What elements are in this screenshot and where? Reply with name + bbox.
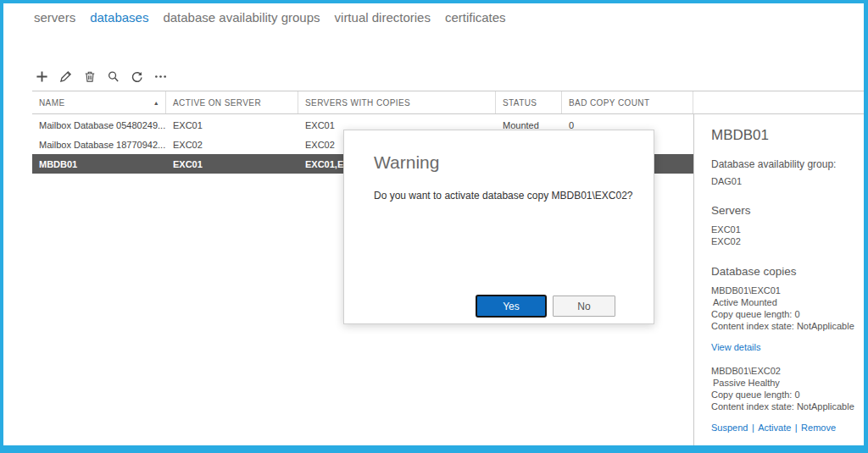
tab-servers[interactable]: servers [34, 10, 75, 25]
cell-name: Mailbox Database 05480249... [32, 115, 166, 135]
column-header-bad-copy-count[interactable]: BAD COPY COUNT [562, 91, 693, 113]
tab-databases[interactable]: databases [90, 10, 148, 25]
link-separator: | [795, 423, 798, 433]
link-separator: | [752, 423, 754, 433]
search-icon[interactable] [106, 69, 120, 84]
view-details-link[interactable]: View details [711, 445, 761, 453]
column-header-active-on-server[interactable]: ACTIVE ON SERVER [166, 91, 298, 113]
cell-active-on-server: EXC01 [166, 154, 298, 174]
app-window: servers databases database availability … [0, 0, 868, 453]
column-label: ACTIVE ON SERVER [173, 98, 261, 108]
cell-active-on-server: EXC02 [166, 135, 298, 154]
toolbar [35, 68, 168, 85]
copy-name: MBDB01\EXC01 [711, 285, 855, 296]
delete-icon[interactable] [82, 69, 97, 84]
copy-state: Passive Healthy [711, 377, 855, 389]
content-index-state: Content index state: NotApplicable [711, 320, 855, 332]
column-label: BAD COPY COUNT [569, 98, 649, 108]
top-navigation: servers databases database availability … [34, 10, 506, 25]
warning-dialog: Warning Do you want to activate database… [343, 130, 654, 324]
edit-icon[interactable] [58, 69, 73, 84]
copy-block-exc01: MBDB01\EXC01 Active Mounted Copy queue l… [711, 285, 855, 354]
sort-asc-icon: ▲ [153, 100, 159, 106]
server-item: EXC01 [711, 224, 855, 235]
database-copies-heading: Database copies [711, 265, 855, 278]
content-index-state: Content index state: NotApplicable [711, 401, 855, 412]
details-title: MBDB01 [711, 127, 855, 144]
cell-active-on-server: EXC01 [166, 115, 298, 135]
activate-link[interactable]: Activate [758, 423, 791, 433]
copy-state: Active Mounted [711, 296, 855, 308]
column-label: STATUS [503, 98, 537, 108]
table-header: NAME ▲ ACTIVE ON SERVER SERVERS WITH COP… [32, 91, 864, 114]
dialog-title: Warning [374, 152, 439, 173]
suspend-link[interactable]: Suspend [711, 423, 748, 433]
tab-virtual-directories[interactable]: virtual directories [335, 10, 431, 25]
refresh-icon[interactable] [130, 69, 144, 84]
column-label: SERVERS WITH COPIES [305, 98, 410, 108]
no-button[interactable]: No [553, 296, 615, 317]
server-item: EXC02 [711, 235, 855, 247]
copy-block-exc02: MBDB01\EXC02 Passive Healthy Copy queue … [711, 365, 855, 453]
copy-queue-length: Copy queue length: 0 [711, 308, 855, 320]
dialog-message: Do you want to activate database copy MB… [374, 190, 637, 202]
add-icon[interactable] [35, 69, 49, 84]
tab-database-availability-groups[interactable]: database availability groups [163, 10, 320, 25]
details-pane: MBDB01 Database availability group: DAG0… [693, 114, 864, 445]
servers-heading: Servers [711, 204, 855, 217]
tab-certificates[interactable]: certificates [445, 10, 506, 25]
remove-link[interactable]: Remove [801, 423, 836, 433]
cell-name: MBDB01 [32, 154, 166, 174]
column-header-status[interactable]: STATUS [496, 91, 562, 113]
copy-queue-length: Copy queue length: 0 [711, 389, 855, 401]
column-label: NAME [39, 98, 65, 108]
column-header-servers-with-copies[interactable]: SERVERS WITH COPIES [298, 91, 496, 113]
cell-name: Mailbox Database 18770942... [32, 135, 166, 154]
copy-name: MBDB01\EXC02 [711, 365, 855, 377]
yes-button[interactable]: Yes [476, 295, 547, 318]
more-icon[interactable] [153, 69, 168, 84]
dag-label: Database availability group: [711, 158, 855, 170]
column-header-name[interactable]: NAME ▲ [32, 91, 166, 113]
view-details-link[interactable]: View details [711, 342, 761, 352]
dag-value: DAG01 [711, 176, 855, 186]
